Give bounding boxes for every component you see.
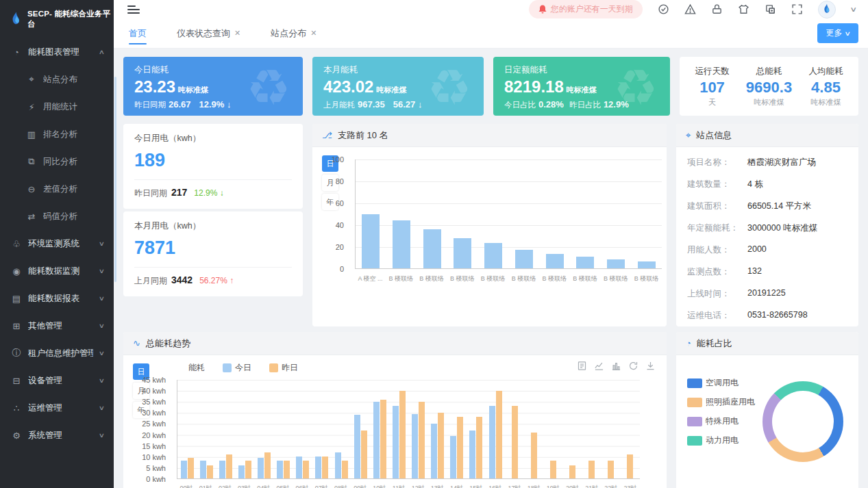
app-root: SECP- 能耗综合业务平台 ◔ 能耗图表管理 ∧ ⌖ 站点分布 ⚡ 用能统计 … bbox=[0, 0, 868, 488]
account-expiry-notice[interactable]: 您的账户还有一天到期 bbox=[529, 0, 643, 18]
legend-item-特殊用电[interactable]: 特殊用电 bbox=[687, 415, 755, 427]
bar-group bbox=[543, 380, 562, 478]
sidebar-item[interactable]: ◉ 能耗数据监测 ∨ bbox=[0, 257, 114, 285]
sidebar-item[interactable]: ⓘ 租户信息维护管理 ∨ bbox=[0, 339, 114, 367]
check-circle-icon[interactable] bbox=[658, 3, 669, 15]
bar-group bbox=[312, 380, 332, 478]
bar-yesterday bbox=[226, 454, 232, 478]
sidebar-subitem[interactable]: ⇄ 码值分析 bbox=[0, 203, 114, 230]
kpi-unit: 吨标准煤 bbox=[178, 86, 208, 94]
legend-item-动力用电[interactable]: 动力用电 bbox=[687, 435, 755, 446]
copy-docs-icon[interactable] bbox=[765, 3, 776, 15]
bolt-icon: ⚡ bbox=[26, 102, 37, 112]
legend-item-昨日[interactable]: 昨日 bbox=[269, 362, 298, 374]
tab-站点分布[interactable]: 站点分布 ✕ bbox=[271, 18, 317, 49]
close-tab-icon[interactable]: ✕ bbox=[310, 29, 317, 38]
chevron-icon: ∨ bbox=[99, 268, 105, 274]
bar-yesterday bbox=[361, 431, 367, 478]
site-info-row: 建筑面积： 66505.14 平方米 bbox=[687, 195, 847, 217]
sidebar-item[interactable]: ⊟ 设备管理 ∨ bbox=[0, 367, 114, 394]
bar bbox=[362, 214, 380, 269]
chart-toolbox bbox=[577, 361, 656, 371]
legend-item-今日[interactable]: 今日 bbox=[223, 362, 251, 374]
loop-icon: ⇄ bbox=[26, 211, 37, 222]
sidebar-item[interactable]: ⊞ 其他管理 ∨ bbox=[0, 312, 114, 339]
bar-yesterday bbox=[245, 461, 251, 478]
close-tab-icon[interactable]: ✕ bbox=[234, 29, 240, 38]
tab-仪表状态查询[interactable]: 仪表状态查询 ✕ bbox=[177, 18, 240, 49]
flame-logo-icon bbox=[10, 11, 23, 27]
sidebar-subitem[interactable]: ⊖ 差值分析 bbox=[0, 175, 114, 203]
lock-icon[interactable] bbox=[711, 3, 723, 15]
branch-top10-panel: ⎇支路前 10 名 日月年100806040200A 楼空 ...B 楼联络B … bbox=[312, 124, 667, 326]
bar-group bbox=[447, 380, 467, 478]
fullscreen-icon[interactable] bbox=[791, 3, 803, 15]
bar-yesterday bbox=[207, 465, 213, 478]
sidebar-subitem[interactable]: ⚡ 用能统计 bbox=[0, 93, 114, 120]
avatar[interactable] bbox=[818, 1, 836, 18]
bar-group bbox=[293, 380, 312, 478]
app-logo: SECP- 能耗综合业务平台 bbox=[0, 0, 114, 38]
bar-yesterday bbox=[588, 461, 595, 478]
bar bbox=[576, 257, 594, 268]
bar-group bbox=[428, 380, 447, 478]
sidebar-subitem[interactable]: ▥ 排名分析 bbox=[0, 120, 114, 148]
scrollbar-thumb[interactable] bbox=[114, 77, 116, 282]
legend-item-空调用电[interactable]: 空调用电 bbox=[687, 377, 755, 389]
today-electric-delta: 12.9% ↓ bbox=[194, 188, 223, 198]
bar-group bbox=[332, 380, 351, 478]
line-chart-icon[interactable] bbox=[594, 361, 604, 371]
bar-yesterday bbox=[438, 413, 444, 478]
branch-chart-plot bbox=[355, 159, 662, 269]
sidebar-subitem[interactable]: ⌖ 站点分布 bbox=[0, 66, 114, 93]
sidebar-item[interactable]: ▤ 能耗数据报表 ∨ bbox=[0, 285, 114, 312]
site-info-row: 运维电话： 0531-82665798 bbox=[687, 305, 847, 326]
today-electric-panel: 今日用电（kwh） 189 昨日同期21712.9% ↓ bbox=[123, 124, 303, 209]
more-button[interactable]: 更多 ∨ bbox=[817, 23, 858, 43]
month-electric-delta: 56.27% ↑ bbox=[199, 276, 234, 285]
sidebar-nav: ◔ 能耗图表管理 ∧ ⌖ 站点分布 ⚡ 用能统计 ▥ 排名分析 ⧉ 同比分析 ⊖… bbox=[0, 38, 114, 449]
bar-group bbox=[621, 380, 640, 478]
site-info-row: 上线时间： 20191225 bbox=[687, 283, 847, 305]
sidebar-item[interactable]: ∴ 运维管理 ∨ bbox=[0, 394, 114, 422]
bar-today bbox=[200, 461, 206, 478]
chevron-down-icon: ∨ bbox=[845, 30, 852, 37]
energy-ratio-panel: ◔能耗占比 空调用电 照明插座用电 特殊用电 动力用电 bbox=[676, 332, 858, 488]
refresh-icon[interactable] bbox=[628, 361, 638, 371]
chevron-icon: ∨ bbox=[99, 350, 105, 357]
legend-item-照明插座用电[interactable]: 照明插座用电 bbox=[687, 396, 755, 408]
bar-yesterday bbox=[476, 417, 482, 478]
bar-chart-icon[interactable] bbox=[611, 361, 621, 371]
panel-title: 总能耗趋势 bbox=[146, 337, 190, 350]
bar-today bbox=[296, 457, 302, 478]
kpi-card-daily-quota: ♻ 日定额能耗 8219.18吨标准煤 今日占比0.28%昨日占比12.9% bbox=[493, 57, 670, 116]
cubes-icon: ∴ bbox=[11, 403, 22, 413]
theme-skin-icon[interactable] bbox=[738, 3, 749, 15]
sidebar-item[interactable]: ◔ 能耗图表管理 ∧ bbox=[0, 38, 114, 66]
bar-yesterday bbox=[531, 433, 537, 478]
bar-today bbox=[450, 436, 456, 478]
bar-group bbox=[197, 380, 216, 478]
download-icon[interactable] bbox=[645, 361, 656, 371]
collapse-menu-icon[interactable] bbox=[127, 3, 140, 16]
dashboard-content: ♻ 今日能耗 23.23吨标准煤 昨日同期26.6712.9% ↓ ♻ 本月能耗… bbox=[114, 49, 868, 488]
sidebar-item[interactable]: ⚙ 系统管理 ∨ bbox=[0, 422, 114, 449]
summary-stat: 人均能耗 4.85 吨标准煤 bbox=[797, 66, 854, 107]
bar-group bbox=[602, 380, 621, 478]
avatar-logo-icon bbox=[822, 3, 832, 15]
panel-title: 站点信息 bbox=[696, 129, 732, 142]
summary-stats-card: 运行天数 107 天 总能耗 9690.3 吨标准煤 人均能耗 4.85 吨标准… bbox=[680, 57, 858, 116]
data-view-icon[interactable] bbox=[577, 361, 587, 371]
bar bbox=[454, 238, 471, 268]
grid-icon: ⊞ bbox=[11, 321, 22, 331]
sidebar-subitem[interactable]: ⧉ 同比分析 bbox=[0, 148, 114, 175]
warning-icon[interactable] bbox=[684, 3, 696, 15]
tab-首页[interactable]: 首页 bbox=[129, 18, 147, 49]
chevron-icon: ∨ bbox=[99, 404, 105, 411]
panel-title: 能耗占比 bbox=[697, 337, 732, 350]
app-title: SECP- 能耗综合业务平台 bbox=[27, 9, 114, 29]
chevron-icon: ∨ bbox=[99, 295, 105, 302]
bar-group bbox=[389, 380, 408, 478]
sidebar-item[interactable]: ♧ 环境监测系统 ∨ bbox=[0, 230, 114, 257]
user-menu-chevron-icon[interactable]: ∨ bbox=[850, 5, 857, 13]
